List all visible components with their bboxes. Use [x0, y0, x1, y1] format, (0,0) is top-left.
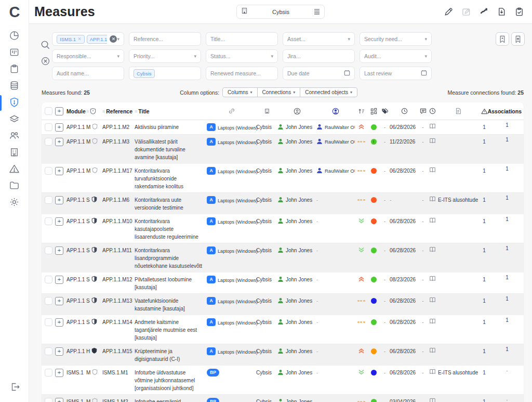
title-cell[interactable]: Vaatefunktsioonide kasutamine [kasutaja] — [135, 297, 207, 313]
row-checkbox[interactable] — [45, 138, 52, 146]
organization-select[interactable]: Cybsis — [236, 5, 325, 19]
review-book-icon[interactable] — [427, 247, 438, 252]
review-book-icon[interactable] — [427, 369, 438, 374]
title-cell[interactable]: Krüpteerimine ja digisignatuurid (C-I) — [135, 347, 207, 363]
title-cell[interactable]: Kontoritarkvara lisandprogrammide nõuete… — [135, 247, 207, 270]
app-logo[interactable]: C — [0, 0, 29, 24]
status-column-icon[interactable] — [367, 108, 380, 114]
review-book-icon[interactable] — [427, 276, 438, 281]
table-row[interactable]: + APP.1.1 S APP.1.1.M14 Andmete kaitsmin… — [42, 315, 524, 344]
table-row[interactable]: + APP.1.1 M APP.1.1.M2 Aktiivsisu piiram… — [42, 120, 524, 135]
responsible-org-column-icon[interactable] — [316, 108, 355, 115]
asset-cell[interactable]: A Laptops (Windows) — [207, 167, 256, 176]
row-checkbox[interactable] — [45, 318, 52, 326]
review-book-icon[interactable] — [427, 347, 438, 353]
expand-row-button[interactable]: + — [55, 247, 63, 255]
module-filter[interactable]: ISMS.1✕ APP.1.1✕ ✕ ▾ — [52, 32, 124, 46]
export-file-icon[interactable] — [496, 6, 507, 18]
asset-cell[interactable]: A Laptops (Windows) — [207, 297, 256, 306]
connected-objects-button[interactable]: Connected objects▾ — [300, 88, 357, 97]
title-column-header[interactable]: ≡Title — [135, 108, 207, 114]
expand-row-button[interactable]: + — [55, 217, 63, 226]
title-cell[interactable]: Kontoritarkvara uute versioonide testimi… — [135, 196, 207, 212]
row-checkbox[interactable] — [45, 217, 52, 225]
review-book-icon[interactable] — [427, 167, 438, 173]
jira-input[interactable] — [287, 53, 350, 59]
title-cell[interactable]: Pilvtalletusest loobumine [kasutaja] — [135, 276, 207, 291]
due-date-filter[interactable]: Due date — [283, 67, 355, 80]
asset-cell[interactable]: A Laptops (Windows) — [207, 347, 256, 356]
table-row[interactable]: + APP.1.1 S APP.1.1.M6 Kontoritarkvara u… — [42, 193, 524, 214]
renewed-measure-filter[interactable] — [206, 67, 278, 80]
asset-cell[interactable]: A Laptops (Windows) — [207, 123, 256, 132]
asset-filter[interactable]: Asset...▾ — [283, 32, 355, 46]
row-checkbox[interactable] — [45, 369, 52, 377]
organization-column-icon[interactable] — [256, 108, 277, 114]
review-book-icon[interactable] — [427, 138, 438, 144]
title-filter[interactable] — [206, 32, 278, 46]
priority-sort-column-icon[interactable] — [355, 108, 367, 114]
expand-row-button[interactable]: + — [55, 138, 63, 146]
title-cell[interactable]: Kontoritarkvara kasutajapoolsete lisaare… — [135, 217, 207, 241]
title-cell[interactable]: Aktiivsisu piiramine — [135, 123, 207, 131]
security-need-filter[interactable]: Security need...▾ — [360, 32, 432, 46]
expand-row-button[interactable]: + — [55, 347, 63, 356]
row-checkbox[interactable] — [45, 347, 52, 355]
row-checkbox[interactable] — [45, 297, 52, 305]
asset-cell[interactable]: A Laptops (Windows) — [207, 217, 256, 226]
sidebar-item-documents[interactable] — [0, 178, 29, 194]
expand-row-button[interactable]: + — [55, 297, 63, 305]
save-filter-bookmark-button[interactable] — [496, 32, 509, 46]
table-row[interactable]: + APP.1.1 M APP.1.1.M3 Välisallikatest p… — [42, 135, 524, 164]
row-checkbox[interactable] — [45, 398, 52, 402]
saved-filters-bookmark-button[interactable] — [511, 32, 525, 46]
title-cell[interactable]: Kontoritarkvara turvafunktsioonide raken… — [135, 167, 207, 190]
sidebar-item-board[interactable] — [0, 45, 29, 61]
edit-pencil-icon[interactable] — [443, 6, 454, 18]
table-row[interactable]: + APP.1.1 S APP.1.1.M10 Kontoritarkvara … — [42, 214, 524, 243]
logout-button[interactable] — [0, 381, 29, 395]
table-row[interactable]: + APP.1.1 M APP.1.1.M17 Kontoritarkvara … — [42, 164, 524, 193]
renewed-measure-input[interactable] — [210, 70, 273, 76]
review-book-icon[interactable] — [427, 123, 438, 129]
document-cell[interactable]: E-ITS alusohtude k... — [438, 369, 478, 377]
sidebar-item-measures[interactable] — [0, 95, 29, 111]
priority-filter[interactable]: Priority...▾ — [129, 49, 201, 63]
sidebar-item-users[interactable] — [0, 128, 29, 145]
table-row[interactable]: + APP.1.1 S APP.1.1.M11 Kontoritarkvara … — [42, 243, 524, 273]
security-need-column-header[interactable]: ≡ — [86, 108, 102, 114]
row-checkbox[interactable] — [45, 123, 52, 131]
reference-filter[interactable] — [129, 32, 201, 46]
reference-input[interactable] — [134, 36, 196, 42]
tags-column-icon[interactable] — [380, 108, 390, 114]
review-book-icon[interactable] — [427, 318, 438, 324]
columns-button[interactable]: Columns▾ — [223, 88, 257, 97]
asset-cell[interactable]: A Laptops (Windows) — [207, 138, 256, 147]
sidebar-item-dashboard[interactable] — [0, 28, 29, 45]
row-checkbox[interactable] — [45, 167, 52, 175]
row-checkbox[interactable] — [45, 247, 52, 254]
responsible-column-icon[interactable] — [277, 108, 316, 115]
expand-row-button[interactable]: + — [55, 123, 63, 132]
connections-button[interactable]: Connections▾ — [258, 88, 301, 97]
title-cell[interactable]: Infoturbe üldvastutuse võtmine juhtkonna… — [135, 369, 207, 392]
asset-cell[interactable]: A Laptops (Windows) — [207, 318, 256, 327]
audit-name-input[interactable] — [57, 70, 119, 76]
expand-row-button[interactable]: + — [55, 196, 63, 204]
sidebar-item-layers[interactable] — [0, 111, 29, 128]
asset-cell[interactable]: A Laptops (Windows) — [207, 196, 256, 205]
title-input[interactable] — [210, 36, 273, 42]
module-column-header[interactable]: Module — [66, 108, 86, 114]
review-book-icon[interactable] — [427, 217, 438, 223]
document-column-icon[interactable] — [438, 108, 478, 114]
review-column-icon[interactable] — [427, 108, 438, 114]
asset-cell[interactable]: BP — [207, 369, 256, 377]
comment-column-icon[interactable] — [419, 108, 427, 114]
title-cell[interactable]: Infoturbe eesmärgid [organisatsiooni juh… — [135, 398, 207, 402]
chip-close-icon[interactable]: ✕ — [77, 36, 82, 43]
sidebar-item-risks[interactable] — [0, 161, 29, 178]
sidebar-item-data[interactable] — [0, 78, 29, 95]
expand-row-button[interactable]: + — [55, 369, 63, 377]
calendar-icon[interactable] — [421, 70, 427, 77]
review-book-icon[interactable] — [427, 297, 438, 303]
